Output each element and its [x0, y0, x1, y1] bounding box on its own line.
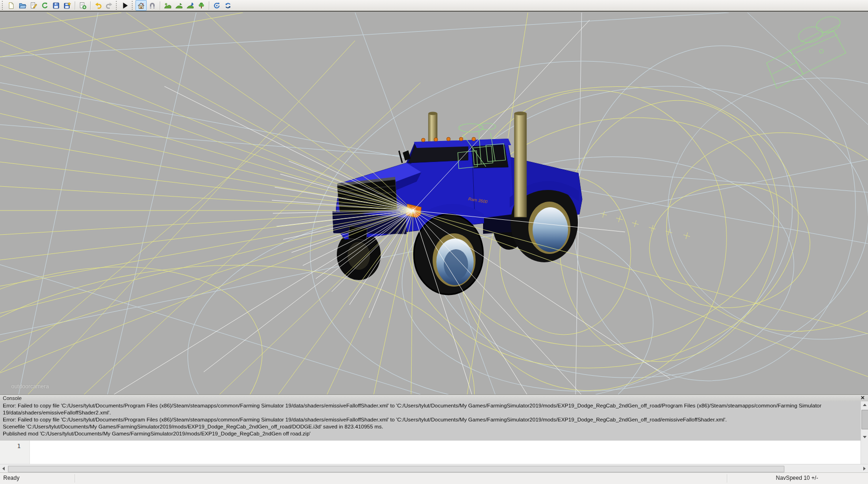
- toolbar-button-reload-textures[interactable]: [211, 0, 222, 11]
- script-input-area[interactable]: 1: [0, 441, 868, 464]
- viewport[interactable]: Ram 3500: [0, 13, 868, 394]
- active-camera-label: outdoorcamera: [11, 383, 49, 390]
- floppy-disk-icon: [52, 2, 60, 9]
- console-log[interactable]: Error: Failed to copy file 'C:/Users/tyl…: [0, 401, 861, 442]
- exhaust-stack: [514, 113, 526, 217]
- scroll-left-icon[interactable]: [0, 465, 7, 472]
- toolbar: [0, 0, 868, 12]
- console-horizontal-scrollbar[interactable]: [0, 464, 868, 472]
- scroll-up-icon[interactable]: [861, 401, 868, 408]
- console-title: Console: [3, 395, 21, 401]
- console-line: 19/data/shaders/emissiveFalloffShader2.x…: [3, 409, 861, 416]
- toolbar-button-play[interactable]: [120, 0, 131, 11]
- console-header: Console ✕: [0, 395, 868, 401]
- play-triangle-icon: [121, 2, 129, 9]
- giants-editor-window: Ram 3500: [0, 0, 868, 484]
- refresh-green-icon: [41, 2, 49, 9]
- tree-icon: [198, 2, 205, 9]
- 3d-viewport-canvas[interactable]: Ram 3500: [0, 13, 868, 394]
- toolbar-button-duplicate[interactable]: [77, 0, 88, 11]
- status-bar: Ready NavSpeed 10 +/-: [0, 472, 868, 484]
- toolbar-button-new-file[interactable]: [6, 0, 17, 11]
- toolbar-button-open-file[interactable]: [17, 0, 28, 11]
- toolbar-grip[interactable]: [2, 1, 4, 10]
- toolbar-button-frame-home[interactable]: [135, 0, 147, 11]
- open-folder-icon: [19, 2, 26, 9]
- nav-speed-indicator: NavSpeed 10 +/-: [727, 475, 867, 481]
- console-panel: Console ✕ Error: Failed to copy file 'C:…: [0, 394, 868, 472]
- console-line: Error: Failed to copy file 'C:/Users/tyl…: [3, 416, 861, 423]
- terrain-hill-icon: [164, 2, 171, 9]
- vertex-cross-markers: [600, 211, 690, 239]
- console-vertical-scrollbar[interactable]: [861, 401, 868, 441]
- toolbar-grip[interactable]: [116, 1, 118, 10]
- new-file-icon: [7, 2, 15, 9]
- toolbar-button-reload-shaders[interactable]: [222, 0, 234, 11]
- toolbar-button-snap-magnet[interactable]: [147, 0, 158, 11]
- status-message: Ready: [3, 475, 20, 481]
- home-house-icon: [137, 2, 145, 9]
- line-number: 1: [0, 443, 21, 449]
- magnet-icon: [149, 2, 156, 9]
- toolbar-button-reload[interactable]: [39, 0, 50, 11]
- refresh-blue2-icon: [224, 2, 232, 9]
- toolbar-button-undo[interactable]: [92, 0, 104, 11]
- scrollbar-thumb[interactable]: [861, 410, 868, 429]
- toolbar-button-terrain-paint[interactable]: [185, 0, 196, 11]
- toolbar-separator: [90, 1, 91, 10]
- line-number-gutter: 1: [0, 441, 30, 464]
- refresh-blue-icon: [213, 2, 221, 9]
- status-divider: [75, 474, 75, 483]
- undo-arrow-icon: [94, 2, 102, 9]
- console-line: Error: Failed to copy file 'C:/Users/tyl…: [3, 402, 861, 409]
- toolbar-button-redo[interactable]: [104, 0, 115, 11]
- toolbar-button-save[interactable]: [50, 0, 62, 11]
- camera-gizmo-icon: [759, 14, 852, 89]
- toolbar-separator: [160, 1, 160, 10]
- redo-arrow-icon: [106, 2, 113, 9]
- toolbar-button-terrain-smooth[interactable]: [173, 0, 185, 11]
- toolbar-button-plant-foliage[interactable]: [196, 0, 207, 11]
- script-scroll-strip: [861, 441, 868, 464]
- toolbar-separator: [75, 1, 75, 10]
- terrain-paint-icon: [186, 2, 194, 9]
- close-icon[interactable]: ✕: [859, 395, 866, 401]
- toolbar-button-export[interactable]: [62, 0, 73, 11]
- console-line: Published mod 'C:/Users/tylut/Documents/…: [3, 430, 861, 437]
- toolbar-grip[interactable]: [132, 1, 134, 10]
- scroll-down-icon[interactable]: [861, 434, 868, 441]
- floppy-star-icon: [64, 2, 71, 9]
- toolbar-button-terrain-sculpt[interactable]: [162, 0, 173, 11]
- edit-document-icon: [30, 2, 37, 9]
- terrain-slope-icon: [175, 2, 183, 9]
- page-plus-icon: [79, 2, 86, 9]
- front-wheel: [414, 214, 483, 295]
- toolbar-button-edit-script[interactable]: [28, 0, 39, 11]
- toolbar-separator: [209, 1, 209, 10]
- scroll-right-icon[interactable]: [861, 465, 868, 472]
- scrollbar-thumb[interactable]: [8, 466, 784, 472]
- console-line: Scenefile 'C:/Users/tylut/Documents/My G…: [3, 423, 861, 430]
